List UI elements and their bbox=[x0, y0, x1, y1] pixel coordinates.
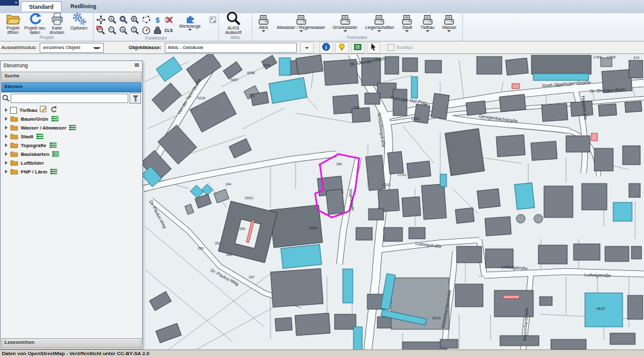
formular-button-alkis[interactable]: Alkis bbox=[254, 14, 273, 35]
tab-standard[interactable]: Standard bbox=[21, 1, 62, 11]
edit-icon[interactable] bbox=[40, 106, 47, 114]
tree-item-tiefbau[interactable]: Tiefbau bbox=[1, 106, 142, 114]
select-polygon-icon[interactable] bbox=[141, 15, 151, 25]
zoom-out-icon[interactable]: − bbox=[107, 26, 117, 35]
tree-item-stadt[interactable]: Stadt bbox=[1, 132, 142, 141]
formular-button-grünkataster[interactable]: Grünkataster bbox=[329, 14, 361, 35]
folder-icon bbox=[10, 115, 18, 123]
projekt-button-karte-drucken[interactable]: Karte drucken bbox=[46, 14, 68, 35]
tree-item-label: Luftbilder bbox=[21, 160, 44, 166]
svg-text:+: + bbox=[109, 16, 113, 22]
projekt-button-optionen[interactable]: Optionen bbox=[68, 14, 90, 35]
expand-arrow-icon[interactable] bbox=[5, 135, 8, 138]
pan-zoom-icon[interactable] bbox=[96, 15, 106, 25]
tree-item-baum-grün[interactable]: Baum/Grün bbox=[1, 114, 142, 123]
parcel-number: 266/4 bbox=[309, 226, 318, 230]
tree-item-luftbilder[interactable]: Luftbilder bbox=[1, 158, 142, 167]
expand-arrow-icon[interactable] bbox=[5, 108, 8, 112]
formular-button-liegenschaften[interactable]: Liegenschaften bbox=[361, 14, 397, 35]
zoom-question-icon[interactable]: ? bbox=[130, 26, 140, 35]
building bbox=[541, 104, 568, 122]
zoom-page-icon[interactable]: P bbox=[130, 15, 140, 25]
gauge-icon[interactable] bbox=[141, 26, 151, 35]
cls-button[interactable]: CLS bbox=[164, 26, 174, 35]
projekt-button-projekt-ffnen[interactable]: Projekt öffnen bbox=[2, 14, 24, 35]
parcel-number: 263 bbox=[197, 246, 203, 250]
formular-button-wasser[interactable]: Wasser bbox=[438, 14, 460, 35]
building bbox=[326, 189, 345, 215]
tooltips-checkbox[interactable]: Tooltips bbox=[387, 44, 413, 51]
section-suche[interactable]: Suche bbox=[1, 72, 142, 82]
group-label-formulare: Formulare bbox=[254, 35, 460, 41]
pointer-button[interactable] bbox=[367, 42, 380, 53]
legend-icon[interactable] bbox=[50, 168, 58, 176]
objektklasse-dropdown-button[interactable] bbox=[300, 42, 314, 53]
alkis-auskunft-button[interactable]: ALKIS Auskunft bbox=[221, 14, 246, 35]
werkzeuge-button[interactable]: Werkzeuge bbox=[174, 14, 206, 36]
water-building bbox=[353, 327, 362, 349]
dialog-launcher-icon[interactable] bbox=[209, 14, 216, 21]
layer-checkbox[interactable] bbox=[10, 107, 17, 114]
parcel-number: 674 bbox=[633, 56, 639, 60]
tree-item-label: Baum/Grün bbox=[21, 116, 48, 122]
button-label: Karte drucken bbox=[46, 26, 68, 35]
zoom-plus-icon[interactable]: + bbox=[118, 26, 128, 35]
tree-item-topografie[interactable]: Topografie bbox=[1, 141, 142, 150]
expand-arrow-icon[interactable] bbox=[5, 161, 8, 165]
svg-text:+: + bbox=[121, 27, 124, 33]
tree-circle bbox=[534, 214, 543, 223]
legend-icon[interactable] bbox=[51, 115, 59, 123]
info-icon: i bbox=[322, 43, 331, 53]
formular-button-stadt[interactable]: Stadt bbox=[397, 14, 416, 35]
magnifier-icon bbox=[226, 14, 241, 26]
objektklasse-select[interactable]: Alkis - Gebäude bbox=[165, 43, 297, 53]
expand-arrow-icon[interactable] bbox=[5, 170, 8, 173]
expand-arrow-icon[interactable] bbox=[5, 117, 8, 121]
legend-icon[interactable] bbox=[49, 141, 57, 150]
folder-open-icon bbox=[6, 14, 21, 26]
building bbox=[356, 228, 372, 240]
building bbox=[402, 58, 418, 72]
building bbox=[445, 129, 485, 176]
section-ebenen[interactable]: Ebenen bbox=[1, 82, 142, 92]
zoom-rect-icon[interactable] bbox=[96, 26, 106, 35]
pin-icon[interactable] bbox=[135, 63, 139, 65]
building bbox=[598, 104, 616, 116]
fill-icon[interactable] bbox=[152, 26, 162, 35]
title-bar: ▾ Standard Redlining bbox=[0, 0, 644, 14]
auswahlmodus-select[interactable]: einzelnes Objekt bbox=[40, 43, 104, 53]
layer-search-input[interactable] bbox=[11, 94, 128, 103]
zoom-window-icon[interactable] bbox=[118, 15, 128, 25]
dollar-icon[interactable]: $ bbox=[152, 15, 162, 25]
projekt-button-projekt-neu-laden[interactable]: Projekt neu laden bbox=[24, 14, 46, 35]
sync-icon[interactable] bbox=[50, 106, 57, 114]
tab-redlining[interactable]: Redlining bbox=[63, 1, 104, 11]
parcel-number: 239/1 bbox=[411, 117, 420, 121]
expand-arrow-icon[interactable] bbox=[5, 126, 8, 129]
tree-item-wasser-abwasser[interactable]: Wasser / Abwasser bbox=[1, 123, 142, 132]
building bbox=[466, 101, 486, 115]
tree-item-fnp-lärm[interactable]: FNP / Lärm bbox=[1, 167, 142, 176]
alkis-auskunft-label: ALKIS Auskunft bbox=[221, 26, 246, 35]
legend-icon[interactable] bbox=[69, 124, 77, 132]
zoom-in-icon[interactable]: + bbox=[107, 15, 117, 25]
legend-icon[interactable] bbox=[36, 133, 44, 141]
legend-icon[interactable] bbox=[52, 150, 60, 158]
info-button[interactable]: i bbox=[319, 42, 333, 53]
tree-item-basiskarten[interactable]: Basiskarten bbox=[1, 150, 142, 158]
section-lesezeichen[interactable]: Lesezeichen bbox=[1, 338, 142, 348]
formular-button-tiefbau[interactable]: Tiefbau bbox=[416, 14, 438, 35]
parcel-number: 179/5 bbox=[607, 55, 616, 59]
legend-button[interactable] bbox=[351, 42, 365, 53]
expand-arrow-icon[interactable] bbox=[5, 152, 8, 156]
expand-arrow-icon[interactable] bbox=[5, 143, 8, 147]
delete-selection-icon[interactable] bbox=[164, 15, 174, 25]
checkbox-icon bbox=[387, 44, 394, 51]
group-label-alkis: Alkis bbox=[221, 35, 250, 41]
folder-icon bbox=[10, 141, 18, 150]
formular-button-abwasser-regenwasser[interactable]: Abwasser / Regenwasser bbox=[273, 14, 329, 35]
filter-button[interactable] bbox=[130, 93, 141, 104]
quick-access-menu-button[interactable]: ▾ bbox=[0, 0, 19, 6]
chevron-down-icon bbox=[447, 30, 451, 32]
bulb-button[interactable] bbox=[335, 42, 349, 53]
